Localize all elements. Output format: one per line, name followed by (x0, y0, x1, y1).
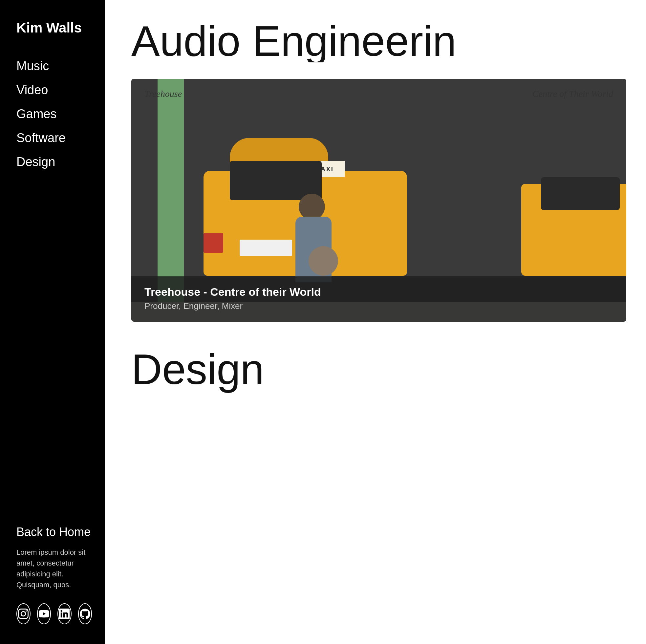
sidebar: Kim Walls Music Video Games Software Des… (0, 0, 105, 644)
album-label-right: Centre of Their World (532, 89, 613, 99)
sidebar-item-music[interactable]: Music (16, 59, 92, 73)
album-title: Treehouse - Centre of their World (144, 286, 613, 298)
artwork-taxi-plate (240, 240, 292, 256)
sidebar-item-video[interactable]: Video (16, 83, 92, 97)
artwork-taxi-taillight (204, 233, 223, 253)
design-section-title: Design (131, 348, 626, 391)
audio-engineering-title: Audio Engineerin (131, 20, 626, 63)
back-to-home-link[interactable]: Back to Home (16, 525, 92, 539)
sidebar-item-software[interactable]: Software (16, 131, 92, 145)
linkedin-icon[interactable] (58, 603, 72, 624)
album-label-left: Treehouse (144, 89, 182, 99)
footer-description: Lorem ipsum dolor sit amet, consectetur … (16, 547, 92, 590)
main-content: Audio Engineerin TAXI (105, 0, 646, 644)
github-icon[interactable] (78, 603, 92, 624)
sidebar-footer: Back to Home Lorem ipsum dolor sit amet,… (16, 512, 92, 624)
artwork-figure-head (299, 194, 325, 220)
album-artwork: TAXI Treehouse Centre of Their World (131, 79, 626, 302)
artwork-figure-bag (309, 246, 338, 276)
youtube-icon[interactable] (37, 603, 51, 624)
artwork-figure (289, 184, 341, 282)
site-logo[interactable]: Kim Walls (16, 20, 92, 36)
album-roles: Producer, Engineer, Mixer (144, 301, 613, 311)
instagram-icon[interactable] (16, 603, 30, 624)
artwork-taxi2-window (541, 177, 620, 210)
album-info-overlay: Treehouse - Centre of their World Produc… (131, 277, 626, 322)
sidebar-item-games[interactable]: Games (16, 107, 92, 121)
sidebar-item-design[interactable]: Design (16, 155, 92, 169)
social-icons-group (16, 603, 92, 624)
artwork-green-stripe (157, 79, 184, 302)
album-card[interactable]: TAXI Treehouse Centre of Their World Tre… (131, 79, 626, 322)
sidebar-nav: Music Video Games Software Design (16, 59, 92, 512)
